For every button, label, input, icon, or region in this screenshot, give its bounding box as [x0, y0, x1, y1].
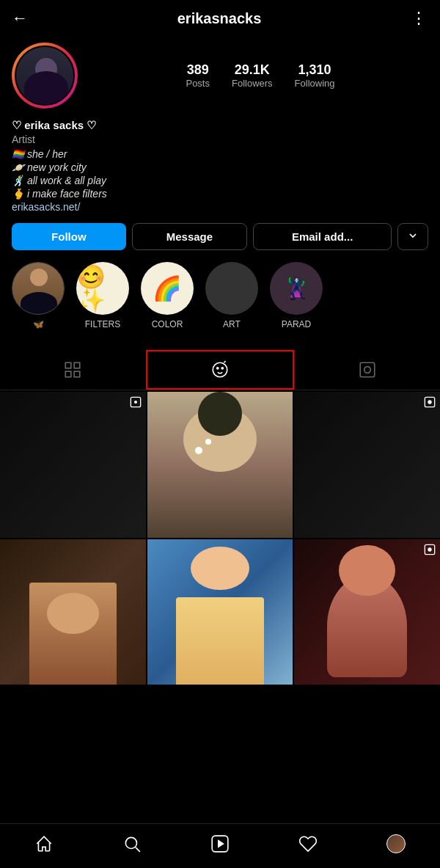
followers-stat[interactable]: 29.1K Followers — [232, 62, 273, 89]
top-nav: ← erikasnacks ⋮ — [0, 0, 440, 37]
photo-grid — [0, 392, 440, 685]
profile-section: 389 Posts 29.1K Followers 1,310 Followin… — [0, 37, 440, 344]
avatar-image — [16, 47, 73, 104]
dropdown-button[interactable] — [397, 223, 428, 250]
svg-point-12 — [428, 401, 431, 404]
posts-count: 389 — [187, 62, 209, 78]
following-label: Following — [295, 78, 335, 89]
highlight-item-art[interactable]: ART — [205, 262, 258, 329]
grid-cell-6[interactable] — [294, 539, 440, 685]
profile-title: Artist — [12, 134, 428, 145]
bio-line-3: 🕺 all work & all play — [12, 175, 428, 186]
avatar[interactable] — [12, 43, 78, 109]
highlight-label-butterfly: 🦋 — [33, 319, 44, 329]
nav-profile[interactable] — [378, 831, 414, 856]
nav-reels[interactable] — [202, 831, 238, 856]
tab-bar — [0, 350, 440, 390]
profile-avatar-nav — [386, 834, 406, 853]
message-button[interactable]: Message — [132, 223, 248, 250]
nav-home[interactable] — [26, 831, 62, 856]
grid-cell-4[interactable] — [0, 539, 146, 685]
profile-top: 389 Posts 29.1K Followers 1,310 Followin… — [12, 43, 428, 109]
highlight-circle-parade: 🦹 — [270, 262, 323, 315]
bio-line-4: 🫰 i make face filters — [12, 188, 428, 200]
nav-activity[interactable] — [290, 831, 326, 856]
svg-point-6 — [221, 368, 223, 369]
svg-point-10 — [134, 401, 137, 404]
highlight-label-filters: FILTERS — [85, 319, 120, 329]
tagged-icon — [358, 360, 377, 379]
grid-icon — [63, 360, 82, 379]
followers-count: 29.1K — [235, 62, 270, 78]
username-title: erikasnacks — [177, 10, 262, 27]
svg-rect-0 — [65, 362, 71, 368]
follow-button[interactable]: Follow — [12, 223, 126, 250]
highlight-item-color[interactable]: 🌈 COLOR — [141, 262, 194, 329]
reel-indicator-3 — [424, 396, 436, 410]
svg-point-5 — [217, 368, 219, 369]
chevron-down-icon — [407, 230, 419, 241]
bio-line-2: 🪐 new york city — [12, 161, 428, 173]
svg-rect-1 — [74, 362, 80, 368]
svg-point-15 — [125, 837, 136, 848]
home-icon — [34, 834, 54, 853]
more-options-icon[interactable]: ⋮ — [411, 9, 428, 28]
highlight-item-parade[interactable]: 🦹 PARAD — [270, 262, 323, 329]
highlight-circle-filters: 😊✨ — [76, 262, 129, 315]
avatar-inner — [15, 45, 75, 106]
svg-marker-18 — [219, 841, 224, 847]
tab-reels[interactable] — [146, 350, 293, 390]
highlights-row: 🦋 😊✨ FILTERS 🌈 COLOR ART — [12, 262, 428, 335]
play-icon — [210, 834, 230, 853]
reel-indicator-1 — [130, 396, 142, 410]
highlight-circle-butterfly — [12, 262, 65, 315]
svg-rect-2 — [65, 371, 71, 377]
action-buttons: Follow Message Email add... — [12, 223, 428, 250]
bottom-nav — [0, 823, 440, 868]
tab-grid[interactable] — [0, 350, 144, 390]
bio-line-1: 🏳️‍🌈 she / her — [12, 148, 428, 160]
posts-label: Posts — [186, 78, 210, 89]
profile-name: ♡ erika sacks ♡ — [12, 119, 428, 132]
highlight-label-parade: PARAD — [282, 319, 311, 329]
svg-point-4 — [213, 362, 227, 377]
nav-search[interactable] — [114, 831, 150, 856]
posts-stat[interactable]: 389 Posts — [186, 62, 210, 89]
back-button[interactable]: ← — [12, 9, 28, 28]
svg-rect-3 — [74, 371, 80, 377]
svg-point-8 — [364, 367, 371, 373]
grid-cell-2[interactable] — [147, 392, 293, 538]
heart-icon — [298, 834, 318, 853]
grid-cell-5[interactable] — [147, 539, 293, 685]
rainbow-icon: 🌈 — [153, 277, 182, 300]
followers-label: Followers — [232, 78, 273, 89]
following-count: 1,310 — [298, 62, 331, 78]
highlight-label-color: COLOR — [152, 319, 183, 329]
svg-line-16 — [136, 847, 140, 852]
tab-tagged[interactable] — [296, 350, 440, 390]
bio-section: ♡ erika sacks ♡ Artist 🏳️‍🌈 she / her 🪐 … — [12, 119, 428, 213]
highlight-circle-color: 🌈 — [141, 262, 194, 315]
reel-indicator-6 — [424, 544, 436, 558]
search-icon — [122, 834, 142, 853]
svg-point-14 — [428, 548, 431, 551]
highlight-circle-art — [205, 262, 258, 315]
highlight-item-butterfly[interactable]: 🦋 — [12, 262, 65, 329]
following-stat[interactable]: 1,310 Following — [295, 62, 335, 89]
grid-cell-1[interactable] — [0, 392, 146, 538]
reels-smiley-icon — [210, 360, 230, 379]
profile-link[interactable]: erikasacks.net/ — [12, 201, 428, 213]
grid-cell-3[interactable] — [294, 392, 440, 538]
highlight-item-filters[interactable]: 😊✨ FILTERS — [76, 262, 129, 329]
avatar-ring — [12, 43, 78, 109]
email-button[interactable]: Email add... — [253, 223, 392, 250]
stats-section: 389 Posts 29.1K Followers 1,310 Followin… — [92, 62, 428, 89]
svg-rect-7 — [361, 362, 375, 377]
highlight-label-art: ART — [223, 319, 241, 329]
smiley-icon: 😊✨ — [76, 265, 129, 312]
